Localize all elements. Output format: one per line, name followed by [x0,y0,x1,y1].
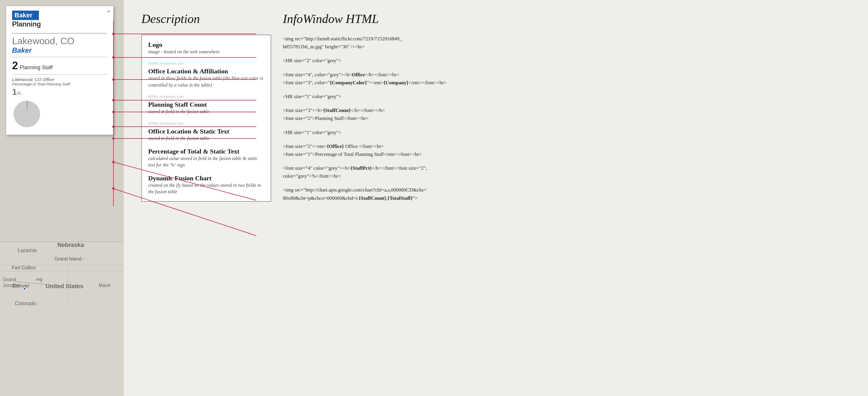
logo-planning-text: Planning [12,20,41,28]
office-label-text: Lakewood, CO Office [12,77,107,82]
html-text-staffcount: <font size="3"><b>{StaffCount}</b></font… [283,106,856,122]
html-item-hr1: <HR size="2" color="grey"> [283,57,856,64]
desc-item-logo: Logo image - hosted on the web somewhere [148,41,264,55]
desc-subtitle-fusionchart: created on the fly based on the values s… [148,182,264,195]
html-item-hr2: <HR size="1" color="grey"> [283,93,856,100]
desc-title-staffcount: Planning Staff Count [148,101,264,109]
staff-number: 2 [12,60,18,72]
map-label-ing: ◦ing [35,277,42,282]
map-label-manh: Manh [99,283,111,288]
html-item-hr3: <HR size="1" color="grey"> [283,128,856,136]
logo-block: Baker Planning [12,10,41,28]
logo-area: Baker Planning [12,10,107,31]
close-button[interactable]: × [107,8,110,15]
html-text-hr2: <HR size="1" color="grey"> [283,93,856,100]
pie-chart-svg [12,99,41,129]
html-column: InfoWindow HTML <img src="http://farm8.s… [283,12,856,384]
left-panel: Laramie Nebraska Fort Collins Grand Isla… [0,0,124,396]
description-column: Description Logo image - hosted on the w… [142,12,271,384]
hr-after-staff [12,74,107,74]
desc-subtitle-staffcount: stored in field in the fusion table [148,109,264,115]
staff-label: Planning Staff [20,64,53,71]
html-item-officestatic: <font size="2"><em>{Office} Office </fon… [283,142,856,158]
desc-subtitle-officestatic: stored in field in the fusion table [148,135,264,142]
map-label-grand: Grand [3,277,16,282]
desc-item-officestatic: Office Location & Static Text stored in … [148,128,264,142]
desc-title-fusionchart: Dynamic Fusion Chart [148,175,264,182]
pie-chart [12,99,41,129]
sep-label-2: HTML Horizontal Line [148,94,264,99]
office-location-text: Lakewood, CO [12,36,107,46]
staff-count-row: 2 Planning Staff [12,60,107,72]
html-item-staffcount: <font size="3"><b>{StaffCount}</b></font… [283,106,856,122]
desc-item-fusionchart: Dynamic Fusion Chart created on the fly … [148,175,264,195]
pct-label-text: Percentage of Total Planning Staff [12,82,107,86]
desc-title-pctstatic: Percentage of Total & Static Text [148,148,264,155]
map-label-denver: Denver [12,283,29,289]
description-header: Description [142,12,271,26]
desc-title-logo: Logo [148,41,264,49]
desc-item-affiliation: Office Location & Affiliation stored in … [148,67,264,88]
html-text-officestatic: <font size="2"><em>{Office} Office </fon… [283,142,856,158]
company-name-text: Baker [12,46,107,55]
html-item-logo: <img src="http://farm8.staticflickr.com/… [283,35,856,51]
map-dot-denver [23,287,26,290]
desc-subtitle-logo: image - hosted on the web somewhere [148,49,264,55]
right-panel: Description Logo image - hosted on the w… [124,0,868,396]
sep-label-1: HTML Horizontal Line [148,61,264,66]
html-text-pct: <font size="4" color="grey"><b>{StaffPct… [283,164,856,180]
hr-after-logo [12,33,107,34]
map-label-colorado: Colorado [15,301,36,307]
pct-number: 1 [12,87,17,97]
html-text-chart: <img src="http://chart.apis.google.com/c… [283,186,856,202]
html-text-hr1: <HR size="2" color="grey"> [283,57,856,64]
html-header: InfoWindow HTML [283,12,856,26]
description-box: Logo image - hosted on the web somewhere… [142,35,271,202]
hr-after-affiliation [12,57,107,57]
pct-value-row: 1 % [12,87,107,97]
info-window-content: Baker Planning Lakewood, CO Baker 2 Plan… [6,6,113,135]
map-label-nebraska: Nebraska [58,242,84,248]
html-item-pct: <font size="4" color="grey"><b>{StaffPct… [283,164,856,180]
desc-item-staffcount: Planning Staff Count stored in field in … [148,101,264,115]
map-label-unitedstates: United States [46,283,83,290]
sep-label-3: HTML Horizontal Line [148,121,264,126]
html-text-affiliation: <font size="4", color="grey"><b>Office</… [283,71,856,87]
map-label-grandisland: Grand Island ◦ [55,256,85,262]
map-label-fortcollins: Fort Collins [12,265,36,271]
html-item-affiliation: <font size="4", color="grey"><b>Office</… [283,71,856,87]
html-item-chart: <img src="http://chart.apis.google.com/c… [283,186,856,202]
html-text-hr3: <HR size="1" color="grey"> [283,128,856,136]
pct-sign: % [17,91,21,96]
logo-baker-text: Baker [12,10,39,20]
desc-subtitle-pctstatic: calculated value stored in field in the … [148,155,264,169]
html-text-logo: <img src="http://farm8.staticflickr.com/… [283,35,856,51]
map-label-laramie: Laramie [18,247,37,254]
desc-title-affiliation: Office Location & Affiliation [148,67,264,75]
desc-subtitle-affiliation: stored in three fields in the fusion tab… [148,75,264,88]
desc-title-officestatic: Office Location & Static Text [148,128,264,135]
info-window: × Baker Planning Lakewood, CO Baker 2 Pl… [6,6,114,135]
desc-item-pctstatic: Percentage of Total & Static Text calcul… [148,148,264,169]
